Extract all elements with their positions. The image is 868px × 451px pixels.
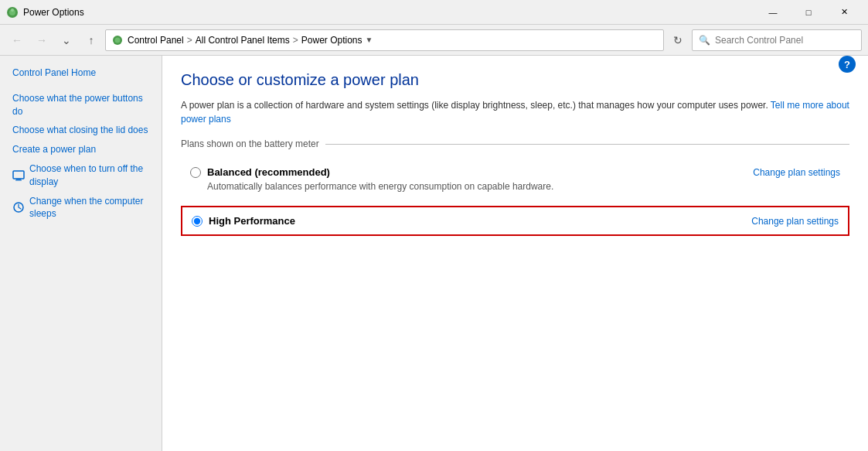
balanced-plan-item: Balanced (recommended) Change plan setti… <box>181 159 849 200</box>
search-box: 🔍 <box>692 29 862 51</box>
sidebar-item-control-panel-home[interactable]: Control Panel Home <box>0 63 162 83</box>
page-title: Choose or customize a power plan <box>181 71 849 89</box>
see-also-section: See also Windows Mobility Center User Ac… <box>0 224 162 451</box>
path-segment-2: All Control Panel Items <box>196 35 290 46</box>
svg-rect-7 <box>15 179 22 180</box>
sidebar-link-computer-sleeps[interactable]: Change when the computer sleeps <box>29 195 149 221</box>
sidebar-item-power-buttons[interactable]: Choose what the power buttons do <box>0 89 162 121</box>
path-dropdown-button[interactable]: ▼ <box>363 36 376 44</box>
address-bar: ← → ⌄ ↑ Control Panel > All Control Pane… <box>0 25 868 56</box>
svg-point-2 <box>11 9 14 12</box>
high-performance-plan-name: High Performance <box>209 215 295 227</box>
sidebar-item-create-power-plan[interactable]: Create a power plan <box>0 140 162 159</box>
section-label: Plans shown on the battery meter <box>181 138 319 149</box>
sleep-icon <box>12 201 25 214</box>
title-bar: Power Options — □ ✕ <box>0 0 868 25</box>
content-area: ? Choose or customize a power plan A pow… <box>162 56 868 451</box>
sidebar: Control Panel Home Choose what the power… <box>0 56 162 451</box>
sidebar-item-turn-off-display[interactable]: Choose when to turn off the display <box>0 159 162 192</box>
section-divider <box>325 144 849 145</box>
path-sep-2: > <box>293 35 298 46</box>
app-icon <box>6 6 19 19</box>
search-input[interactable] <box>715 35 855 46</box>
minimize-button[interactable]: — <box>755 0 791 25</box>
path-segment-3: Power Options <box>301 35 363 46</box>
page-description: A power plan is a collection of hardware… <box>181 98 849 126</box>
dropdown-button[interactable]: ⌄ <box>56 29 77 51</box>
balanced-plan-desc: Automatically balances performance with … <box>207 181 840 192</box>
high-performance-plan-item: High Performance Change plan settings <box>181 206 849 236</box>
window-title: Power Options <box>23 7 84 18</box>
main-container: Control Panel Home Choose what the power… <box>0 56 868 451</box>
search-icon: 🔍 <box>699 35 710 46</box>
balanced-plan-label[interactable]: Balanced (recommended) <box>190 166 330 178</box>
sidebar-item-computer-sleeps[interactable]: Change when the computer sleeps <box>0 192 162 224</box>
path-segment-1: Control Panel <box>128 35 184 46</box>
path-sep-1: > <box>187 35 192 46</box>
help-button[interactable]: ? <box>839 56 856 73</box>
description-text: A power plan is a collection of hardware… <box>181 100 768 111</box>
balanced-plan-row: Balanced (recommended) Change plan setti… <box>190 166 840 178</box>
high-performance-change-plan-link[interactable]: Change plan settings <box>751 216 839 227</box>
section-header: Plans shown on the battery meter <box>181 138 849 149</box>
address-path: Control Panel > All Control Panel Items … <box>105 29 664 51</box>
restore-button[interactable]: □ <box>791 0 826 25</box>
sidebar-group: Choose what the power buttons do Choose … <box>0 89 162 224</box>
high-performance-radio[interactable] <box>192 216 203 227</box>
balanced-plan-name: Balanced (recommended) <box>207 166 330 178</box>
balanced-radio[interactable] <box>190 167 201 178</box>
path-icon <box>112 35 123 46</box>
svg-rect-5 <box>13 171 24 179</box>
refresh-button[interactable]: ↻ <box>667 29 689 51</box>
sidebar-link-turn-off-display[interactable]: Choose when to turn off the display <box>29 162 149 189</box>
high-performance-plan-row: High Performance Change plan settings <box>192 215 839 227</box>
back-button[interactable]: ← <box>6 29 28 51</box>
svg-rect-6 <box>16 179 21 180</box>
window-controls: — □ ✕ <box>755 0 862 25</box>
svg-point-4 <box>115 37 121 43</box>
close-button[interactable]: ✕ <box>826 0 862 25</box>
sidebar-item-lid-does[interactable]: Choose what closing the lid does <box>0 121 162 140</box>
balanced-change-plan-link[interactable]: Change plan settings <box>753 167 840 178</box>
high-performance-plan-label[interactable]: High Performance <box>192 215 295 227</box>
up-button[interactable]: ↑ <box>80 29 102 51</box>
monitor-icon <box>12 169 25 182</box>
forward-button[interactable]: → <box>31 29 53 51</box>
